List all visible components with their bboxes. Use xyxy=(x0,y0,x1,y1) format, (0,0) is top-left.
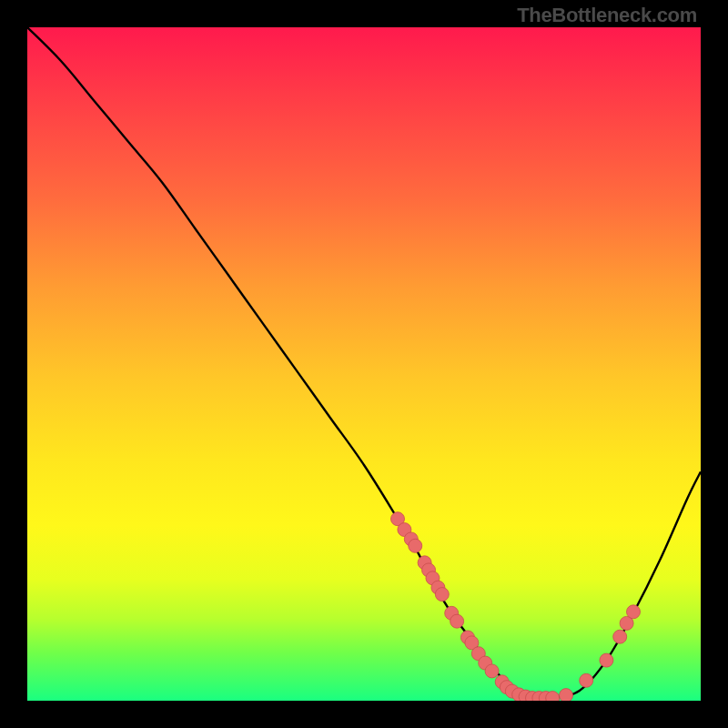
curve-marker xyxy=(580,673,593,687)
chart-frame: TheBottleneck.com xyxy=(0,0,728,728)
curve-marker xyxy=(560,689,573,701)
plot-area xyxy=(27,27,701,701)
bottleneck-curve xyxy=(27,27,701,699)
bottleneck-curve-svg xyxy=(27,27,701,701)
curve-marker xyxy=(435,588,449,602)
curve-markers xyxy=(391,512,641,701)
curve-marker xyxy=(627,605,641,619)
curve-marker xyxy=(485,664,499,678)
watermark-text: TheBottleneck.com xyxy=(517,4,697,27)
curve-marker xyxy=(450,614,464,628)
curve-marker xyxy=(600,653,613,667)
curve-marker xyxy=(613,630,627,643)
curve-marker xyxy=(409,539,422,552)
